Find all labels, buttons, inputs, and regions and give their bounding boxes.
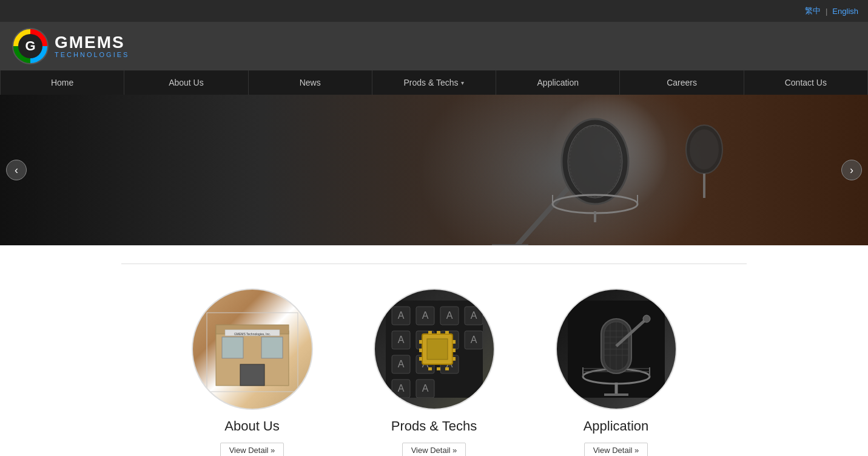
logo-area[interactable]: G GMEMS TECHNOLOGIES <box>12 28 129 64</box>
card-about-title: About Us <box>224 418 280 434</box>
hero-slideshow: ‹ › <box>0 95 868 245</box>
card-prods-title: Prods & Techs <box>391 418 477 434</box>
lang-cn-link[interactable]: 繁中 <box>805 5 821 16</box>
svg-rect-59 <box>437 367 440 370</box>
navbar: Home About Us News Prods & Techs ▾ Appli… <box>0 70 868 95</box>
lang-en-link[interactable]: English <box>832 7 858 16</box>
svg-rect-51 <box>419 357 422 361</box>
nav-prods-label: Prods & Techs <box>403 78 458 87</box>
card-application: Application View Detail » <box>550 288 683 456</box>
svg-rect-49 <box>419 340 422 344</box>
prods-techs-image: A A A A A A A A A A A <box>386 301 483 398</box>
logo-g-letter: G <box>25 38 35 54</box>
top-bar: 繁中 | English <box>0 0 868 22</box>
hero-prev-button[interactable]: ‹ <box>6 160 27 180</box>
card-prods-circle: A A A A A A A A A A A <box>374 288 495 410</box>
card-prods-btn[interactable]: View Detail » <box>402 443 466 456</box>
nav-contact-us[interactable]: Contact Us <box>744 70 868 95</box>
hero-next-button[interactable]: › <box>841 160 862 180</box>
svg-text:A: A <box>397 383 404 393</box>
svg-rect-14 <box>222 337 243 358</box>
svg-point-80 <box>643 315 650 322</box>
hero-microphone-image <box>383 101 747 245</box>
nav-home-label: Home <box>51 78 73 87</box>
card-app-title: Application <box>584 418 649 434</box>
nav-careers-label: Careers <box>667 78 697 87</box>
svg-point-10 <box>690 129 719 169</box>
svg-rect-56 <box>437 331 440 334</box>
chevron-down-icon: ▾ <box>461 80 464 86</box>
header: G GMEMS TECHNOLOGIES <box>0 22 868 70</box>
nav-about-us[interactable]: About Us <box>124 70 248 95</box>
card-about-circle: GMEMS Technologies, Inc. <box>192 288 313 410</box>
section-divider <box>121 264 747 264</box>
svg-rect-55 <box>428 331 432 334</box>
nav-app-label: Application <box>537 78 579 87</box>
svg-rect-52 <box>453 340 456 344</box>
card-about-us: GMEMS Technologies, Inc. About Us View D… <box>186 288 319 456</box>
nav-news[interactable]: News <box>249 70 372 95</box>
svg-rect-53 <box>453 349 456 352</box>
nav-prods-techs[interactable]: Prods & Techs ▾ <box>372 70 496 95</box>
svg-text:A: A <box>470 335 477 345</box>
svg-rect-16 <box>240 364 264 386</box>
nav-about-label: About Us <box>169 78 204 87</box>
svg-rect-48 <box>427 339 448 359</box>
svg-point-3 <box>568 125 622 198</box>
logo-tech-text: TECHNOLOGIES <box>55 51 129 58</box>
logo-inner: G <box>18 34 42 58</box>
about-us-image: GMEMS Technologies, Inc. <box>204 301 301 398</box>
cards-section: GMEMS Technologies, Inc. About Us View D… <box>0 270 868 456</box>
card-app-btn[interactable]: View Detail » <box>584 443 648 456</box>
application-image <box>568 301 665 398</box>
divider-section <box>0 245 868 270</box>
svg-rect-58 <box>428 367 432 370</box>
svg-text:A: A <box>397 359 404 369</box>
svg-text:A: A <box>470 310 477 321</box>
nav-news-label: News <box>300 78 321 87</box>
svg-rect-54 <box>453 357 456 361</box>
svg-rect-50 <box>419 349 422 352</box>
svg-rect-57 <box>445 331 449 334</box>
svg-text:GMEMS Technologies, Inc.: GMEMS Technologies, Inc. <box>234 332 270 336</box>
svg-text:A: A <box>422 383 428 393</box>
svg-text:A: A <box>397 310 404 321</box>
svg-text:A: A <box>422 310 428 321</box>
svg-rect-60 <box>445 367 449 370</box>
lang-separator: | <box>826 7 827 16</box>
card-prods-techs: A A A A A A A A A A A <box>368 288 501 456</box>
nav-contact-label: Contact Us <box>785 78 827 87</box>
nav-careers[interactable]: Careers <box>620 70 744 95</box>
svg-text:A: A <box>397 335 404 345</box>
logo-text-area: GMEMS TECHNOLOGIES <box>55 34 129 58</box>
card-app-circle <box>556 288 677 410</box>
nav-application[interactable]: Application <box>496 70 620 95</box>
nav-home[interactable]: Home <box>0 70 124 95</box>
svg-rect-15 <box>261 337 283 358</box>
logo-gmems-text: GMEMS <box>55 34 129 51</box>
logo-circle-icon: G <box>12 28 49 64</box>
card-about-btn[interactable]: View Detail » <box>220 443 284 456</box>
svg-text:A: A <box>446 310 453 321</box>
